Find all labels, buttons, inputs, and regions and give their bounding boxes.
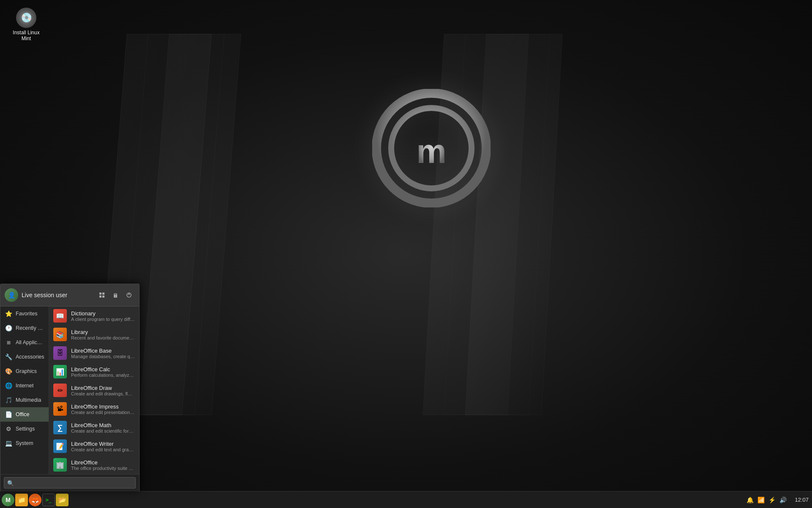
- internet-icon: 🌐: [5, 382, 12, 389]
- taskbar-volume-icon[interactable]: 🔊: [779, 496, 787, 504]
- install-mint-label: Install Linux Mint: [9, 30, 43, 42]
- library-info: Library Recent and favorite documents: [71, 329, 135, 340]
- taskbar-network-icon[interactable]: 📶: [757, 496, 765, 504]
- graphics-label: Graphics: [16, 368, 37, 374]
- taskbar-time: 12:07: [790, 497, 809, 503]
- libreoffice-draw-icon: ✏: [53, 384, 67, 397]
- recently-used-icon: 🕐: [5, 324, 12, 332]
- search-wrapper: 🔍: [4, 477, 136, 489]
- settings-icon: ⚙: [5, 425, 12, 433]
- libreoffice-math-icon: ∑: [53, 421, 67, 434]
- libreoffice-impress-info: LibreOffice Impress Create and edit pres…: [71, 403, 135, 415]
- menu-sidebar: ⭐ Favorites 🕐 Recently Used ⊞ All Applic…: [0, 306, 49, 474]
- menu-body: ⭐ Favorites 🕐 Recently Used ⊞ All Applic…: [0, 306, 139, 474]
- libreoffice-icon: 🏢: [53, 458, 67, 472]
- libreoffice-base-name: LibreOffice Base: [71, 348, 135, 354]
- libreoffice-calc-icon: 📊: [53, 365, 67, 378]
- start-menu: 👤 Live session user: [0, 284, 140, 491]
- library-desc: Recent and favorite documents: [71, 335, 135, 340]
- sidebar-item-all-applications[interactable]: ⊞ All Applications: [0, 335, 49, 350]
- start-menu-header: 👤 Live session user: [0, 284, 139, 306]
- sidebar-item-system[interactable]: 💻 System: [0, 436, 49, 450]
- libreoffice-writer-icon: 📝: [53, 439, 67, 453]
- libreoffice-math-name: LibreOffice Math: [71, 422, 135, 428]
- taskbar-mint-menu-btn[interactable]: M: [2, 494, 14, 506]
- app-item-libreoffice[interactable]: 🏢 LibreOffice The office productivity su…: [49, 456, 139, 474]
- recently-used-label: Recently Used: [16, 325, 44, 331]
- sidebar-item-recently-used[interactable]: 🕐 Recently Used: [0, 321, 49, 335]
- settings-label: Settings: [16, 426, 35, 432]
- dictionary-name: Dictionary: [71, 310, 135, 317]
- app-item-library[interactable]: 📚 Library Recent and favorite documents: [49, 325, 139, 344]
- svg-rect-10: [102, 293, 104, 295]
- dictionary-info: Dictionary A client program to query dif…: [71, 310, 135, 322]
- power-header-btn[interactable]: [123, 289, 135, 301]
- libreoffice-impress-name: LibreOffice Impress: [71, 403, 135, 410]
- app-item-libreoffice-math[interactable]: ∑ LibreOffice Math Create and edit scien…: [49, 418, 139, 437]
- accessories-icon: 🔧: [5, 353, 12, 361]
- sidebar-item-graphics[interactable]: 🎨 Graphics: [0, 364, 49, 378]
- taskbar: M 📁 🦊 >_ 📂 🔔 📶 ⚡ 🔊 12:07: [0, 491, 812, 508]
- mint-logo: m: [368, 85, 495, 212]
- libreoffice-draw-name: LibreOffice Draw: [71, 385, 135, 391]
- app-list: 📖 Dictionary A client program to query d…: [49, 306, 139, 474]
- multimedia-icon: 🎵: [5, 396, 12, 404]
- search-input[interactable]: [4, 477, 136, 489]
- libreoffice-writer-desc: Create and edit text and graphics in let…: [71, 447, 135, 452]
- svg-rect-9: [99, 293, 102, 295]
- sidebar-item-office[interactable]: 📄 Office: [0, 407, 49, 422]
- files-header-btn[interactable]: [96, 289, 108, 301]
- svg-rect-11: [99, 295, 102, 298]
- taskbar-folder-btn[interactable]: 📂: [56, 494, 69, 506]
- office-icon: 📄: [5, 411, 12, 418]
- app-item-libreoffice-base[interactable]: 🗄 LibreOffice Base Manage databases, cre…: [49, 344, 139, 362]
- libreoffice-base-desc: Manage databases, create queries and ...: [71, 354, 135, 359]
- library-name: Library: [71, 329, 135, 335]
- accessories-label: Accessories: [16, 354, 44, 360]
- taskbar-left: M 📁 🦊 >_ 📂: [0, 494, 70, 506]
- favorites-label: Favorites: [16, 311, 37, 317]
- user-name: Live session user: [22, 292, 93, 298]
- app-item-libreoffice-draw[interactable]: ✏ LibreOffice Draw Create and edit drawi…: [49, 381, 139, 400]
- libreoffice-base-info: LibreOffice Base Manage databases, creat…: [71, 348, 135, 359]
- install-mint-icon: 💿: [16, 8, 36, 28]
- libreoffice-calc-desc: Perform calculations, analyze informati.…: [71, 373, 135, 378]
- libreoffice-impress-icon: 📽: [53, 402, 67, 416]
- taskbar-terminal-btn[interactable]: >_: [42, 494, 55, 506]
- search-icon: 🔍: [7, 480, 14, 486]
- sidebar-item-multimedia[interactable]: 🎵 Multimedia: [0, 393, 49, 407]
- libreoffice-info: LibreOffice The office productivity suit…: [71, 459, 135, 471]
- lock-header-btn[interactable]: [110, 289, 121, 301]
- sidebar-item-accessories[interactable]: 🔧 Accessories: [0, 350, 49, 364]
- libreoffice-draw-desc: Create and edit drawings, flow charts a.…: [71, 391, 135, 396]
- sidebar-item-settings[interactable]: ⚙ Settings: [0, 422, 49, 436]
- office-label: Office: [16, 411, 29, 417]
- all-applications-label: All Applications: [16, 340, 44, 345]
- libreoffice-draw-info: LibreOffice Draw Create and edit drawing…: [71, 385, 135, 396]
- library-icon: 📚: [53, 328, 67, 341]
- taskbar-power-icon[interactable]: ⚡: [768, 496, 776, 504]
- graphics-icon: 🎨: [5, 367, 12, 375]
- libreoffice-math-info: LibreOffice Math Create and edit scienti…: [71, 422, 135, 433]
- app-item-libreoffice-calc[interactable]: 📊 LibreOffice Calc Perform calculations,…: [49, 362, 139, 381]
- system-label: System: [16, 440, 33, 446]
- taskbar-notifications-icon[interactable]: 🔔: [746, 496, 754, 504]
- sidebar-item-favorites[interactable]: ⭐ Favorites: [0, 306, 49, 321]
- taskbar-firefox-btn[interactable]: 🦊: [29, 494, 41, 506]
- libreoffice-calc-name: LibreOffice Calc: [71, 366, 135, 373]
- sidebar-item-internet[interactable]: 🌐 Internet: [0, 378, 49, 393]
- taskbar-files-btn[interactable]: 📁: [15, 494, 28, 506]
- app-item-libreoffice-writer[interactable]: 📝 LibreOffice Writer Create and edit tex…: [49, 437, 139, 456]
- libreoffice-base-icon: 🗄: [53, 346, 67, 360]
- dictionary-icon: 📖: [53, 309, 67, 323]
- app-item-libreoffice-impress[interactable]: 📽 LibreOffice Impress Create and edit pr…: [49, 400, 139, 418]
- libreoffice-calc-info: LibreOffice Calc Perform calculations, a…: [71, 366, 135, 378]
- libreoffice-name: LibreOffice: [71, 459, 135, 466]
- search-bar: 🔍: [0, 474, 139, 491]
- svg-point-14: [115, 296, 116, 297]
- desktop: m 💿 Install Linux Mint 👤 Live session us…: [0, 0, 812, 508]
- desktop-icon-install-mint[interactable]: 💿 Install Linux Mint: [9, 8, 43, 42]
- libreoffice-writer-info: LibreOffice Writer Create and edit text …: [71, 441, 135, 452]
- app-item-dictionary[interactable]: 📖 Dictionary A client program to query d…: [49, 306, 139, 325]
- multimedia-label: Multimedia: [16, 397, 41, 403]
